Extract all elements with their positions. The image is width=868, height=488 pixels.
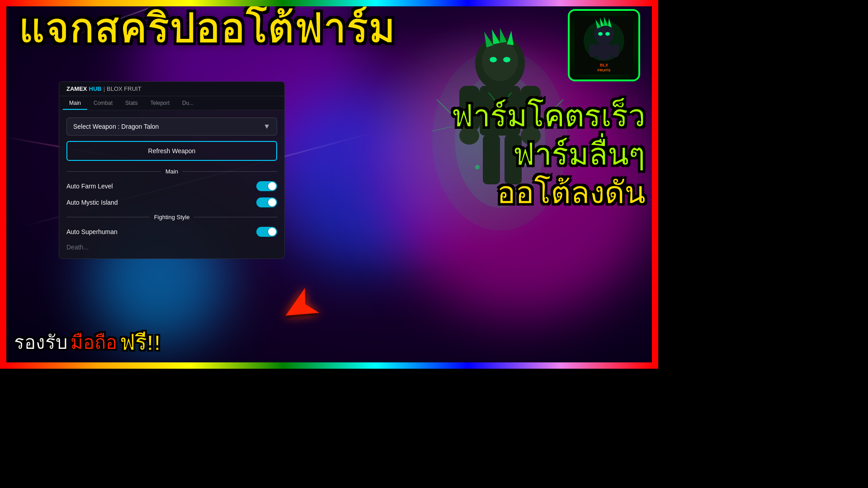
auto-superhuman-label: Auto Superhuman bbox=[66, 228, 118, 235]
panel-body: Select Weapon : Dragon Talon ▼ Refresh W… bbox=[59, 110, 284, 258]
auto-mystic-island-label: Auto Mystic Island bbox=[66, 199, 118, 206]
svg-point-35 bbox=[598, 32, 603, 36]
auto-mystic-island-row: Auto Mystic Island bbox=[66, 197, 277, 207]
tab-du[interactable]: Du... bbox=[176, 96, 200, 110]
right-text-line-3: ออโต้ลงดัน bbox=[451, 176, 645, 210]
main-section-label: Main bbox=[165, 168, 178, 175]
svg-point-36 bbox=[605, 32, 610, 36]
divider-line-right bbox=[183, 171, 277, 172]
svg-rect-38 bbox=[589, 44, 597, 57]
hub-label: HUB bbox=[89, 85, 102, 92]
partial-row: Death... bbox=[66, 243, 277, 251]
game-logo-container: BLX FRUITS bbox=[568, 9, 640, 85]
tab-teleport[interactable]: Teleport bbox=[144, 96, 176, 110]
bottom-mobile: มือถือ bbox=[70, 328, 117, 357]
partial-label: Death... bbox=[66, 244, 89, 251]
auto-farm-level-label: Auto Farm Level bbox=[66, 183, 113, 190]
right-thai-texts: ฟาร์มโคตรเร็ว ฟาร์มลื่นๆ ออโต้ลงดัน bbox=[451, 99, 645, 210]
brand-label: ZAMEX bbox=[66, 85, 87, 92]
right-text-line-2: ฟาร์มลื่นๆ bbox=[451, 138, 645, 172]
game-panel: ZAMEX HUB | BLOX FRUIT Main Combat Stats… bbox=[59, 81, 285, 259]
svg-text:FRUITS: FRUITS bbox=[598, 68, 611, 72]
main-title: แจกสคริปออโต้ฟาร์ม bbox=[9, 5, 404, 53]
tab-combat[interactable]: Combat bbox=[87, 96, 119, 110]
divider-line-left bbox=[66, 171, 161, 172]
tab-stats[interactable]: Stats bbox=[119, 96, 144, 110]
bottom-left-text: รองรับ มือถือ ฟรี!! bbox=[14, 325, 161, 360]
fighting-divider-right bbox=[194, 217, 277, 217]
auto-superhuman-row: Auto Superhuman bbox=[66, 227, 277, 237]
blox-fruits-logo-svg: BLX FRUITS bbox=[575, 16, 633, 75]
game-logo-box: BLX FRUITS bbox=[568, 9, 640, 81]
fighting-style-label: Fighting Style bbox=[154, 214, 190, 221]
svg-rect-39 bbox=[611, 44, 619, 57]
bottom-free: ฟรี!! bbox=[119, 325, 161, 360]
auto-superhuman-toggle[interactable] bbox=[256, 227, 277, 237]
weapon-select-dropdown[interactable]: Select Weapon : Dragon Talon ▼ bbox=[66, 117, 277, 136]
auto-farm-level-toggle[interactable] bbox=[256, 181, 277, 191]
tab-main[interactable]: Main bbox=[63, 96, 87, 110]
dropdown-arrow-icon: ▼ bbox=[263, 122, 270, 131]
fighting-style-divider: Fighting Style bbox=[66, 214, 277, 221]
separator-label: | bbox=[104, 85, 105, 92]
bottom-prefix: รองรับ bbox=[14, 328, 67, 357]
svg-rect-37 bbox=[597, 44, 611, 60]
fighting-divider-left bbox=[66, 217, 150, 217]
auto-farm-level-row: Auto Farm Level bbox=[66, 181, 277, 191]
panel-header: ZAMEX HUB | BLOX FRUIT bbox=[59, 82, 284, 96]
right-text-line-1: ฟาร์มโคตรเร็ว bbox=[451, 99, 645, 133]
game-logo-inner: BLX FRUITS bbox=[570, 11, 638, 80]
main-section-divider: Main bbox=[66, 168, 277, 175]
panel-tabs: Main Combat Stats Teleport Du... bbox=[59, 96, 284, 110]
svg-text:BLX: BLX bbox=[600, 63, 608, 67]
auto-mystic-island-toggle[interactable] bbox=[256, 197, 277, 207]
refresh-weapon-button[interactable]: Refresh Weapon bbox=[66, 141, 277, 161]
weapon-select-text: Select Weapon : Dragon Talon bbox=[73, 123, 159, 130]
game-label: BLOX FRUIT bbox=[107, 85, 142, 92]
